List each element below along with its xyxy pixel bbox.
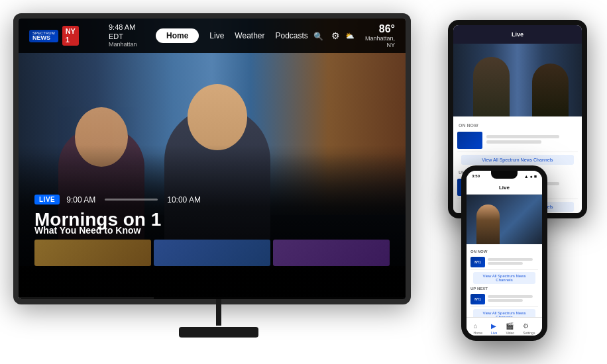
phone-bottom-nav: ⌂ Home ▶ Live 🎬 Video ⚙ Settings [467,317,542,336]
logo-area: SPECTRUMNEWS NY1 [29,26,102,46]
phone-nav-video[interactable]: 🎬 Video [506,319,514,335]
tv-container: SPECTRUMNEWS NY1 9:48 AM EDT Manhattan H… [13,13,424,338]
section-title: What You Need to Know [34,225,390,236]
phone-content: ON NOW NY1 View All Spectrum News Channe… [467,244,542,326]
thumbnail-2[interactable] [154,240,270,266]
tv-base [179,327,258,338]
settings-nav-label: Settings [523,331,535,335]
phone-channel-logo-2: NY1 [470,294,485,304]
phone-notch [491,171,518,179]
tablet-label-1a [486,135,559,138]
tablet-header-text: Live [512,31,524,38]
tablet-label-1b [486,140,541,144]
phone-channel-info-2 [488,295,538,303]
phone-nav-bar: Live [467,181,542,195]
home-nav-label: Home [474,331,482,335]
tv-time-display: 9:48 AM EDT Manhattan [109,23,150,49]
phone-screen: 3:50 ▲ ● ■ Live ON NOW NY1 [467,171,542,336]
nav-weather[interactable]: Weather [235,31,264,40]
tablet-anchor-left [473,57,510,116]
phone-channel-line-2b [488,299,523,302]
thumbnail-3[interactable] [273,240,390,266]
tv-frame: SPECTRUMNEWS NY1 9:48 AM EDT Manhattan H… [13,13,411,304]
nav-icons [313,30,340,42]
tablet-list-item-1[interactable] [457,129,578,152]
video-icon: 🎬 [506,322,514,330]
phone-channel-item-2[interactable]: NY1 [470,292,538,307]
phone-channel-line-1b [488,262,523,265]
ny1-logo: NY1 [62,26,79,46]
nav-home[interactable]: Home [156,28,199,43]
thumbnail-row [34,240,390,266]
home-icon: ⌂ [474,322,478,330]
search-icon[interactable] [313,30,323,42]
phone-video-player[interactable] [467,195,542,244]
tablet-header: Live [453,25,582,44]
phone-channel-logo-1: NY1 [470,257,485,267]
tablet-view-all-btn-1[interactable]: View All Spectrum News Channels [461,155,574,165]
tablet-on-now-label: ON NOW [457,120,578,129]
tv-stand [216,299,221,326]
phone-channel-item-1[interactable]: NY1 [470,255,538,270]
weather-location: Manhattan, NY [357,35,395,48]
weather-info: ⛅ 86° Manhattan, NY [345,23,395,48]
phone-up-next-label: UP NEXT [470,287,538,291]
phone-container: 3:50 ▲ ● ■ Live ON NOW NY1 [461,165,554,351]
time-slot-start: 9:00 AM [66,195,95,205]
nav-podcasts[interactable]: Podcasts [276,31,308,40]
phone-frame: 3:50 ▲ ● ■ Live ON NOW NY1 [461,165,547,341]
live-nav-label: Live [491,331,497,335]
phone-channel-info-1 [488,258,538,266]
weather-cloud-icon: ⛅ [345,32,355,40]
tv-screen: SPECTRUMNEWS NY1 9:48 AM EDT Manhattan H… [19,19,406,299]
phone-nav-home[interactable]: ⌂ Home [474,319,482,335]
tv-nav-bar: SPECTRUMNEWS NY1 9:48 AM EDT Manhattan H… [19,19,406,53]
phone-reporter-figure [476,205,500,244]
gear-icon[interactable] [331,30,340,42]
phone-view-all-btn-1[interactable]: View All Spectrum News Channels [473,272,535,284]
scene: SPECTRUMNEWS NY1 9:48 AM EDT Manhattan H… [0,0,607,364]
phone-time: 3:50 [472,174,480,178]
thumbnail-1[interactable] [34,240,151,266]
phone-channel-line-1a [488,258,533,261]
time-slot-end: 10:00 AM [167,195,201,205]
nav-live[interactable]: Live [209,31,224,40]
tablet-text-1 [486,135,578,146]
nav-items: Home Live Weather Podcasts [156,28,308,43]
phone-nav-settings[interactable]: ⚙ Settings [523,319,535,335]
time-text: 9:48 AM EDT [109,23,135,40]
time-progress-bar [105,199,158,201]
spectrum-logo: SPECTRUMNEWS [29,30,58,42]
settings-icon: ⚙ [523,322,529,330]
tablet-anchor-right [532,64,569,116]
live-row: LIVE 9:00 AM 10:00 AM [34,195,201,205]
phone-nav-label: Live [499,185,510,191]
tablet-video [453,44,582,116]
live-icon: ▶ [491,322,496,330]
video-nav-label: Video [506,331,514,335]
weather-temp: 86° [357,23,395,35]
live-badge: LIVE [34,195,60,205]
phone-on-now-label: ON NOW [470,250,538,253]
phone-nav-live[interactable]: ▶ Live [491,319,497,335]
phone-channel-line-2a [488,295,533,298]
phone-status-icons: ▲ ● ■ [524,174,537,179]
location-text: Manhattan [109,41,150,49]
